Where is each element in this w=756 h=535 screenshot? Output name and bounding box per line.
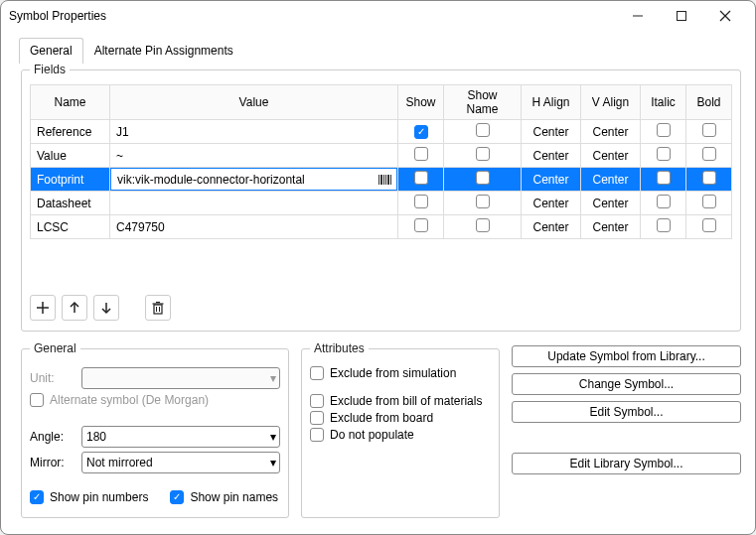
cell-value[interactable]: C479750 (110, 215, 398, 239)
mirror-input[interactable] (81, 452, 280, 473)
col-show[interactable]: Show (398, 85, 444, 120)
cell-bold[interactable] (686, 192, 732, 215)
grid-checkbox[interactable] (702, 195, 716, 208)
cell-h-align[interactable]: Center (522, 120, 581, 144)
col-value[interactable]: Value (110, 85, 398, 120)
cell-show-name[interactable] (444, 215, 522, 239)
cell-name[interactable]: Footprint (31, 168, 110, 192)
grid-checkbox[interactable] (657, 195, 671, 208)
cell-show[interactable] (398, 120, 444, 144)
cell-italic[interactable] (641, 215, 686, 239)
col-bold[interactable]: Bold (686, 85, 732, 120)
grid-checkbox[interactable] (657, 147, 671, 161)
exclude-board-checkbox[interactable] (310, 411, 324, 425)
grid-checkbox[interactable] (702, 147, 716, 161)
cell-show-name[interactable] (444, 168, 522, 192)
grid-checkbox[interactable] (702, 123, 716, 137)
move-up-button[interactable] (62, 295, 87, 321)
table-row[interactable]: Datasheet Center Center (31, 192, 732, 215)
cell-v-align[interactable]: Center (581, 120, 641, 144)
edit-library-symbol-button[interactable]: Edit Library Symbol... (512, 453, 741, 474)
grid-checkbox[interactable] (702, 171, 716, 185)
grid-checkbox[interactable] (414, 195, 428, 208)
cell-h-align[interactable]: Center (522, 215, 581, 239)
table-row[interactable]: Value ~ Center Center (31, 144, 732, 168)
col-h-align[interactable]: H Align (522, 85, 581, 120)
col-show-name[interactable]: Show Name (444, 85, 522, 120)
grid-checkbox[interactable] (476, 218, 490, 232)
maximize-button[interactable] (660, 1, 703, 31)
footprint-editor[interactable] (110, 168, 397, 191)
cell-italic[interactable] (641, 144, 686, 168)
footprint-input[interactable] (115, 172, 373, 188)
cell-name[interactable]: LCSC (31, 215, 110, 239)
col-name[interactable]: Name (31, 85, 110, 120)
col-italic[interactable]: Italic (641, 85, 686, 120)
dnp-checkbox[interactable] (310, 428, 324, 442)
cell-value[interactable] (110, 192, 398, 215)
change-symbol-button[interactable]: Change Symbol... (512, 373, 741, 395)
exclude-simulation-checkbox[interactable] (310, 366, 324, 380)
cell-v-align[interactable]: Center (581, 168, 641, 192)
grid-checkbox[interactable] (476, 123, 490, 137)
mirror-combo[interactable]: ▾ (81, 452, 280, 473)
cell-bold[interactable] (686, 120, 732, 144)
move-down-button[interactable] (93, 295, 119, 321)
grid-checkbox[interactable] (476, 195, 490, 208)
cell-name[interactable]: Value (31, 144, 110, 168)
cell-v-align[interactable]: Center (581, 215, 641, 239)
tab-alternate-pin-assignments[interactable]: Alternate Pin Assignments (83, 38, 244, 64)
cell-show-name[interactable] (444, 192, 522, 215)
grid-checkbox[interactable] (702, 218, 716, 232)
cell-show[interactable] (398, 192, 444, 215)
grid-checkbox[interactable] (657, 218, 671, 232)
cell-bold[interactable] (686, 215, 732, 239)
cell-v-align[interactable]: Center (581, 192, 641, 215)
cell-italic[interactable] (641, 168, 686, 192)
attributes-legend: Attributes (310, 341, 369, 355)
table-row[interactable]: Reference J1 Center Center (31, 120, 732, 144)
cell-value[interactable]: J1 (110, 120, 398, 144)
add-field-button[interactable] (30, 295, 56, 321)
edit-symbol-button[interactable]: Edit Symbol... (512, 401, 741, 423)
grid-checkbox[interactable] (414, 125, 428, 139)
cell-italic[interactable] (641, 120, 686, 144)
cell-value[interactable]: ~ (110, 144, 398, 168)
close-button[interactable] (703, 1, 747, 31)
cell-show[interactable] (398, 215, 444, 239)
tab-general[interactable]: General (19, 38, 83, 64)
cell-show-name[interactable] (444, 144, 522, 168)
cell-h-align[interactable]: Center (522, 144, 581, 168)
cell-italic[interactable] (641, 192, 686, 215)
cell-name[interactable]: Reference (31, 120, 110, 144)
cell-show-name[interactable] (444, 120, 522, 144)
table-row[interactable]: LCSC C479750 Center Center (31, 215, 732, 239)
grid-checkbox[interactable] (414, 147, 428, 161)
minimize-button[interactable] (616, 1, 660, 31)
delete-field-button[interactable] (145, 295, 171, 321)
show-pin-numbers-checkbox[interactable] (30, 490, 44, 504)
grid-checkbox[interactable] (414, 171, 428, 185)
cell-h-align[interactable]: Center (522, 192, 581, 215)
cell-v-align[interactable]: Center (581, 144, 641, 168)
update-symbol-from-library-button[interactable]: Update Symbol from Library... (512, 345, 741, 367)
fields-grid[interactable]: Name Value Show Show Name H Align V Alig… (30, 84, 732, 239)
col-v-align[interactable]: V Align (581, 85, 641, 120)
library-browse-icon[interactable] (377, 172, 392, 188)
table-row[interactable]: Footprint Center Center (31, 168, 732, 192)
cell-bold[interactable] (686, 144, 732, 168)
grid-checkbox[interactable] (657, 171, 671, 185)
grid-checkbox[interactable] (657, 123, 671, 137)
cell-bold[interactable] (686, 168, 732, 192)
angle-combo[interactable]: ▾ (81, 426, 280, 448)
cell-h-align[interactable]: Center (522, 168, 581, 192)
grid-checkbox[interactable] (476, 171, 490, 185)
cell-name[interactable]: Datasheet (31, 192, 110, 215)
cell-show[interactable] (398, 168, 444, 192)
cell-show[interactable] (398, 144, 444, 168)
grid-checkbox[interactable] (476, 147, 490, 161)
angle-input[interactable] (81, 426, 280, 448)
show-pin-names-checkbox[interactable] (170, 490, 184, 504)
exclude-bom-checkbox[interactable] (310, 394, 324, 408)
grid-checkbox[interactable] (414, 218, 428, 232)
